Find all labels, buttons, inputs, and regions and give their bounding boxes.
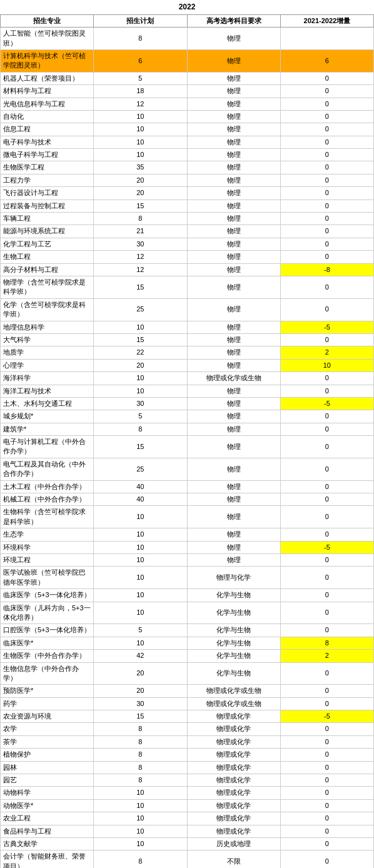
cell-subject: 物理 <box>187 298 280 321</box>
table-row: 电气工程及其自动化（中外合作办学）25物理0 <box>1 458 374 480</box>
cell-change: 0 <box>280 662 373 685</box>
cell-subject: 化学与生物 <box>187 602 280 624</box>
col-header-subject: 高考选考科目要求 <box>187 14 280 27</box>
cell-subject: 物理 <box>187 423 280 435</box>
cell-major: 能源与环境系统工程 <box>1 225 94 238</box>
cell-plan: 8 <box>94 850 187 868</box>
table-row: 物理学（含竺可桢学院求是科学班）15物理0 <box>1 276 374 299</box>
cell-plan: 21 <box>94 225 187 238</box>
table-row: 园林8物理或化学0 <box>1 761 374 774</box>
table-row: 海洋工程与技术10物理0 <box>1 385 374 397</box>
cell-change: 0 <box>280 480 373 493</box>
table-row: 会计学（智能财务班、荣誉项目）8不限0 <box>1 850 374 868</box>
cell-major: 高分子材料与工程 <box>1 263 94 276</box>
cell-subject: 化学与生物 <box>187 624 280 637</box>
cell-change: 0 <box>280 110 373 123</box>
table-row: 化学（含竺可桢学院求是科学班）25物理0 <box>1 298 374 321</box>
table-row: 生物医学工程35物理0 <box>1 161 374 174</box>
cell-subject: 化学与生物 <box>187 650 280 662</box>
cell-major: 城乡规划* <box>1 410 94 423</box>
table-row: 环境科学10物理-5 <box>1 541 374 553</box>
table-row: 临床医学*10化学与生物8 <box>1 637 374 649</box>
cell-change: 0 <box>280 238 373 250</box>
cell-change: 0 <box>280 812 373 825</box>
cell-major: 医学试验班（竺可桢学院巴德年医学班） <box>1 567 94 589</box>
cell-plan: 10 <box>94 837 187 850</box>
table-row: 临床医学（儿科方向，5+3一体化培养）10化学与生物0 <box>1 602 374 624</box>
cell-subject: 物理 <box>187 28 280 50</box>
cell-major: 生物工程 <box>1 251 94 263</box>
cell-change: 0 <box>280 123 373 136</box>
cell-major: 心理学 <box>1 359 94 371</box>
cell-change: 0 <box>280 723 373 735</box>
cell-plan: 8 <box>94 28 187 50</box>
col-header-change: 2021-2022增量 <box>280 14 373 27</box>
table-row: 医学试验班（竺可桢学院巴德年医学班）10物理与化学0 <box>1 567 374 589</box>
cell-subject: 物理或化学 <box>187 825 280 837</box>
cell-subject: 物理或化学或生物 <box>187 372 280 385</box>
cell-subject: 物理 <box>187 251 280 263</box>
cell-subject: 物理 <box>187 72 280 84</box>
cell-plan: 10 <box>94 372 187 385</box>
year-header: 2022 <box>1 0 374 14</box>
cell-plan: 5 <box>94 624 187 637</box>
cell-plan: 8 <box>94 723 187 735</box>
cell-change: 0 <box>280 837 373 850</box>
table-row: 能源与环境系统工程21物理0 <box>1 225 374 238</box>
cell-subject: 物理或化学或生物 <box>187 685 280 697</box>
cell-plan: 20 <box>94 187 187 199</box>
cell-plan: 6 <box>94 49 187 72</box>
cell-subject: 化学与生物 <box>187 662 280 685</box>
cell-major: 土木工程（中外合作办学） <box>1 480 94 493</box>
cell-major: 海洋工程与技术 <box>1 385 94 397</box>
cell-major: 机械工程（中外合作办学） <box>1 493 94 506</box>
cell-change: 0 <box>280 276 373 299</box>
table-row: 茶学8物理或化学0 <box>1 735 374 748</box>
table-row: 大气科学15物理0 <box>1 333 374 346</box>
table-row: 生物工程12物理0 <box>1 251 374 263</box>
cell-major: 农业资源与环境 <box>1 710 94 723</box>
cell-plan: 20 <box>94 174 187 186</box>
cell-subject: 不限 <box>187 850 280 868</box>
table-row: 建筑学*8物理0 <box>1 423 374 435</box>
cell-plan: 40 <box>94 480 187 493</box>
table-row: 化学工程与工艺30物理0 <box>1 238 374 250</box>
table-row: 信息工程10物理0 <box>1 123 374 136</box>
cell-major: 临床医学（5+3一体化培养） <box>1 589 94 602</box>
cell-change: 0 <box>280 410 373 423</box>
cell-subject: 物理 <box>187 110 280 123</box>
cell-major: 生物医学工程 <box>1 161 94 174</box>
cell-change: 0 <box>280 697 373 710</box>
cell-plan: 5 <box>94 410 187 423</box>
cell-subject: 物理 <box>187 359 280 371</box>
table-row: 临床医学（5+3一体化培养）10化学与生物0 <box>1 589 374 602</box>
table-row: 土木、水利与交通工程30物理-5 <box>1 397 374 410</box>
cell-subject: 物理 <box>187 199 280 212</box>
table-row: 高分子材料与工程12物理-8 <box>1 263 374 276</box>
table-row: 农学8物理或化学0 <box>1 723 374 735</box>
table-row: 生物信息学（中外合作办学）20化学与生物0 <box>1 662 374 685</box>
cell-plan: 10 <box>94 506 187 528</box>
cell-major: 植物保护 <box>1 749 94 761</box>
cell-subject: 物理 <box>187 276 280 299</box>
cell-major: 生物医学（中外合作办学） <box>1 650 94 662</box>
cell-change: 0 <box>280 423 373 435</box>
table-row: 土木工程（中外合作办学）40物理0 <box>1 480 374 493</box>
cell-plan: 10 <box>94 799 187 812</box>
cell-change: 0 <box>280 506 373 528</box>
cell-plan: 10 <box>94 787 187 799</box>
cell-major: 农学 <box>1 723 94 735</box>
cell-plan: 8 <box>94 749 187 761</box>
cell-subject: 物理 <box>187 263 280 276</box>
cell-major: 地质学 <box>1 346 94 359</box>
cell-major: 光电信息科学与工程 <box>1 98 94 110</box>
cell-change: 0 <box>280 98 373 110</box>
cell-change: 0 <box>280 685 373 697</box>
cell-subject: 物理 <box>187 436 280 458</box>
cell-plan: 10 <box>94 589 187 602</box>
cell-change: 6 <box>280 49 373 72</box>
cell-major: 园林 <box>1 761 94 774</box>
cell-change: 0 <box>280 624 373 637</box>
cell-subject: 物理 <box>187 506 280 528</box>
cell-subject: 物理 <box>187 213 280 225</box>
